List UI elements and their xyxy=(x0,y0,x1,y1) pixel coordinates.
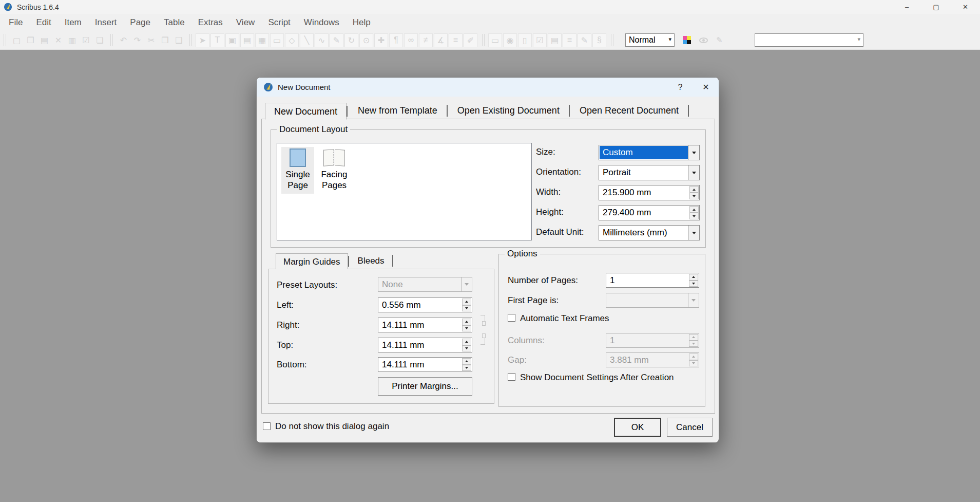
margin-right-field[interactable] xyxy=(378,318,472,332)
layout-item-facing-pages[interactable]: Facing Pages xyxy=(317,147,351,194)
layer-select[interactable]: Normal ▾ xyxy=(625,33,675,47)
toolbar-copy-icon: ❐ xyxy=(158,33,172,47)
margin-top-input[interactable] xyxy=(379,339,461,351)
dialog-tabs: New DocumentNew from TemplateOpen Existi… xyxy=(265,102,690,119)
margin-left-field[interactable] xyxy=(378,298,472,312)
cancel-button[interactable]: Cancel xyxy=(667,418,713,437)
spin-up-icon xyxy=(689,334,698,341)
automatic-text-frames-checkbox[interactable] xyxy=(508,314,515,322)
spin-down-icon[interactable] xyxy=(462,305,471,312)
toolbar-zoom-icon: ⊙ xyxy=(359,33,373,47)
margin-left-input[interactable] xyxy=(379,299,461,311)
spin-up-icon[interactable] xyxy=(462,299,471,305)
menu-item-file[interactable]: File xyxy=(2,14,29,31)
chevron-down-icon: ▾ xyxy=(668,36,671,43)
spin-down-icon[interactable] xyxy=(462,325,471,332)
orientation-select[interactable]: Portrait xyxy=(599,165,700,180)
maximize-button[interactable]: ▢ xyxy=(921,0,951,14)
number-of-pages-input[interactable] xyxy=(607,274,688,287)
toolbar-insert-render-frame-icon: ▤ xyxy=(240,33,254,47)
new-document-dialog: New Document ? ✕ New DocumentNew from Te… xyxy=(256,77,719,443)
dialog-titlebar: New Document ? ✕ xyxy=(257,78,719,97)
spin-up-icon[interactable] xyxy=(689,186,699,193)
margin-right-spinner[interactable] xyxy=(462,319,471,331)
tab-open-recent-document[interactable]: Open Recent Document xyxy=(571,102,687,119)
spin-down-icon[interactable] xyxy=(689,193,699,199)
toolbar-insert-polygon-icon: ◇ xyxy=(285,33,299,47)
chevron-down-icon[interactable] xyxy=(688,165,699,180)
menu-item-script[interactable]: Script xyxy=(261,14,297,31)
edit-in-preview-icon: ✎ xyxy=(716,35,723,45)
ok-button[interactable]: OK xyxy=(614,418,661,437)
margin-top-field[interactable] xyxy=(378,338,472,352)
scribus-logo-icon xyxy=(4,3,12,11)
toolbar-insert-text-frame-icon: T xyxy=(210,33,224,47)
gap-input xyxy=(607,354,688,366)
chevron-down-icon xyxy=(461,277,472,291)
spin-down-icon[interactable] xyxy=(689,281,698,287)
spin-down-icon[interactable] xyxy=(462,365,471,371)
toolbar-file-group: ▢❐▤✕▥☑❏ xyxy=(10,33,107,47)
menu-item-page[interactable]: Page xyxy=(123,14,157,31)
toolbar-save-icon: ▤ xyxy=(37,33,51,47)
height-spinner[interactable] xyxy=(689,206,699,219)
spin-up-icon[interactable] xyxy=(462,339,471,345)
menu-item-edit[interactable]: Edit xyxy=(29,14,57,31)
margin-bottom-spinner[interactable] xyxy=(462,358,471,371)
dont-show-dialog-checkbox[interactable] xyxy=(263,422,271,430)
margin-top-label: Top: xyxy=(277,340,293,350)
size-select[interactable]: Custom xyxy=(599,145,700,160)
tab-bleeds[interactable]: Bleeds xyxy=(351,253,392,269)
close-button[interactable]: ✕ xyxy=(951,0,980,14)
margin-right-input[interactable] xyxy=(379,319,461,331)
minimize-button[interactable]: – xyxy=(892,0,921,14)
printer-margins-button[interactable]: Printer Margins... xyxy=(378,377,472,396)
spin-up-icon[interactable] xyxy=(689,274,698,281)
menu-item-view[interactable]: View xyxy=(229,14,262,31)
margin-bottom-input[interactable] xyxy=(379,358,461,371)
size-select-value: Custom xyxy=(600,146,688,159)
margin-bottom-label: Bottom: xyxy=(277,360,307,370)
tab-open-existing-document[interactable]: Open Existing Document xyxy=(449,102,568,119)
width-field[interactable] xyxy=(599,185,700,200)
spin-down-icon[interactable] xyxy=(462,345,471,352)
menu-item-extras[interactable]: Extras xyxy=(191,14,229,31)
toolbar-insert-bezier-curve-icon: ∿ xyxy=(315,33,329,47)
menu-item-help[interactable]: Help xyxy=(346,14,377,31)
options-group-label: Options xyxy=(505,249,540,259)
spin-up-icon[interactable] xyxy=(462,358,471,365)
layout-item-single-page[interactable]: Single Page xyxy=(281,147,314,194)
spin-up-icon[interactable] xyxy=(689,206,699,213)
preset-layouts-select: None xyxy=(378,277,472,292)
number-of-pages-spinner[interactable] xyxy=(689,274,698,287)
spin-up-icon[interactable] xyxy=(462,319,471,325)
toolbar-unit-select[interactable]: ▾ xyxy=(755,33,863,47)
margin-left-spinner[interactable] xyxy=(462,299,471,311)
width-input[interactable] xyxy=(600,186,688,199)
margin-top-spinner[interactable] xyxy=(462,339,471,351)
tab-new-from-template[interactable]: New from Template xyxy=(349,102,446,119)
tab-margin-guides[interactable]: Margin Guides xyxy=(276,253,348,269)
toolbar-separator xyxy=(189,34,192,46)
menu-item-insert[interactable]: Insert xyxy=(88,14,124,31)
menu-item-item[interactable]: Item xyxy=(58,14,88,31)
menu-item-windows[interactable]: Windows xyxy=(297,14,346,31)
chevron-down-icon[interactable] xyxy=(688,226,699,240)
chevron-down-icon[interactable] xyxy=(688,145,699,160)
height-input[interactable] xyxy=(600,206,688,219)
margin-bottom-field[interactable] xyxy=(378,357,472,372)
color-management-icon[interactable] xyxy=(683,36,691,44)
dialog-help-button[interactable]: ? xyxy=(671,78,689,97)
number-of-pages-field[interactable] xyxy=(606,273,699,288)
spin-down-icon xyxy=(689,360,698,367)
toolbar-insert-line-icon: ╲ xyxy=(300,33,314,47)
width-spinner[interactable] xyxy=(689,186,699,199)
default-unit-select[interactable]: Millimeters (mm) xyxy=(599,225,700,240)
spin-down-icon[interactable] xyxy=(689,213,699,219)
height-field[interactable] xyxy=(599,205,700,220)
toolbar-eye-dropper-icon: ✐ xyxy=(464,33,477,47)
menu-item-table[interactable]: Table xyxy=(157,14,191,31)
tab-new-document[interactable]: New Document xyxy=(265,103,347,120)
show-document-settings-checkbox[interactable] xyxy=(508,373,515,381)
dialog-close-button[interactable]: ✕ xyxy=(697,78,715,97)
